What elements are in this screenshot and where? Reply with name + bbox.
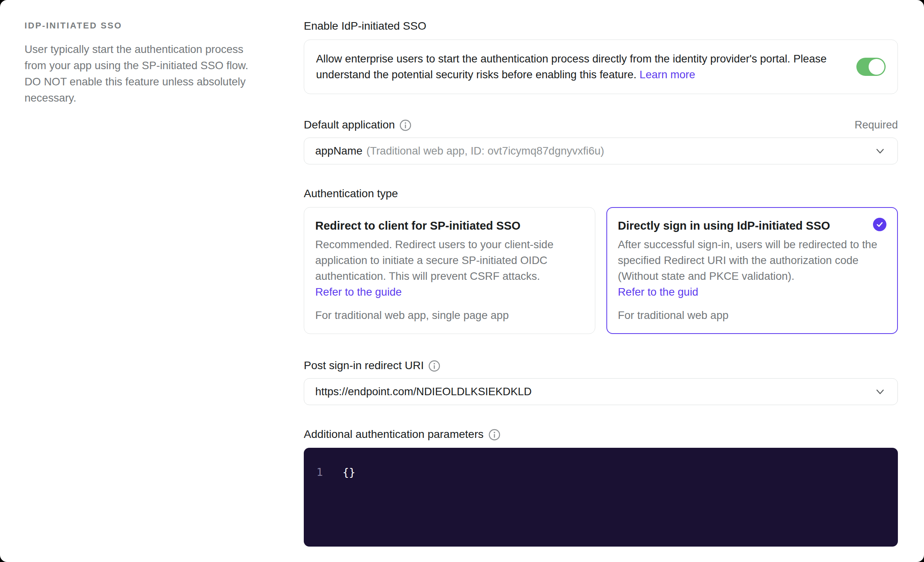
option-title-row: Redirect to client for SP-initiated SSO xyxy=(315,218,584,234)
enable-idp-sso-toggle[interactable] xyxy=(856,58,886,76)
default-application-label-row: Default application Required xyxy=(304,117,898,133)
refer-to-guide-link[interactable]: Refer to the guid xyxy=(618,284,886,300)
selected-check-icon xyxy=(873,218,886,231)
editor-code-text: {} xyxy=(343,464,356,480)
form-main: Enable IdP-initiated SSO Allow enterpris… xyxy=(304,18,898,547)
required-badge: Required xyxy=(854,117,898,133)
redirect-uri-select[interactable]: https://endpoint.com/NDIEOLDLKSIEKDKLD xyxy=(304,378,898,405)
option-sp-initiated-sso[interactable]: Redirect to client for SP-initiated SSO … xyxy=(304,207,595,334)
editor-line-number: 1 xyxy=(316,464,324,480)
refer-to-guide-link[interactable]: Refer to the guide xyxy=(315,284,584,300)
json-code-editor[interactable]: 1 {} xyxy=(304,448,898,547)
option-description: Recommended. Redirect users to your clie… xyxy=(315,237,584,284)
toggle-knob xyxy=(869,59,884,75)
section-description: User typically start the authentication … xyxy=(25,41,267,106)
redirect-uri-value: https://endpoint.com/NDIEOLDLKSIEKDKLD xyxy=(315,385,532,398)
chevron-down-icon xyxy=(874,385,886,398)
learn-more-link[interactable]: Learn more xyxy=(640,68,695,81)
option-title: Redirect to client for SP-initiated SSO xyxy=(315,218,521,234)
additional-auth-params-field: Additional authentication parameters 1 {… xyxy=(304,426,898,547)
enable-idp-sso-description: Allow enterprise users to start the auth… xyxy=(316,51,840,83)
selected-app-name: appName xyxy=(315,145,362,157)
section-title: IDP-INITIATED SSO xyxy=(25,20,267,32)
authentication-type-label: Authentication type xyxy=(304,186,898,202)
enable-idp-sso-description-text: Allow enterprise users to start the auth… xyxy=(316,53,827,81)
info-icon[interactable] xyxy=(489,429,500,441)
info-icon[interactable] xyxy=(400,119,411,131)
option-footer: For traditional web app xyxy=(618,307,886,323)
info-icon[interactable] xyxy=(428,360,440,372)
enable-idp-sso-card: Allow enterprise users to start the auth… xyxy=(304,40,898,94)
default-application-select[interactable]: appName (Traditional web app, ID: ovt7ic… xyxy=(304,138,898,164)
option-title: Directly sign in using IdP-initiated SSO xyxy=(618,218,830,234)
option-footer: For traditional web app, single page app xyxy=(315,307,584,323)
additional-auth-params-label: Additional authentication parameters xyxy=(304,426,898,442)
post-sign-in-redirect-uri-field: Post sign-in redirect URI https://endpoi… xyxy=(304,358,898,405)
enable-idp-sso-label: Enable IdP-initiated SSO xyxy=(304,18,898,34)
option-title-row: Directly sign in using IdP-initiated SSO xyxy=(618,218,886,234)
idp-initiated-sso-settings-page: IDP-INITIATED SSO User typically start t… xyxy=(0,0,924,562)
option-idp-initiated-sso[interactable]: Directly sign in using IdP-initiated SSO… xyxy=(606,207,898,334)
default-application-field: Default application Required appName (Tr… xyxy=(304,117,898,164)
option-description: After successful sign-in, users will be … xyxy=(618,237,886,284)
authentication-type-field: Authentication type Redirect to client f… xyxy=(304,186,898,334)
post-sign-in-redirect-uri-label: Post sign-in redirect URI xyxy=(304,358,898,373)
authentication-type-options: Redirect to client for SP-initiated SSO … xyxy=(304,207,898,334)
chevron-down-icon xyxy=(874,145,886,157)
default-application-label: Default application xyxy=(304,117,411,133)
section-aside: IDP-INITIATED SSO User typically start t… xyxy=(25,20,267,106)
selected-app-detail: (Traditional web app, ID: ovt7icymq87dgn… xyxy=(366,145,604,157)
